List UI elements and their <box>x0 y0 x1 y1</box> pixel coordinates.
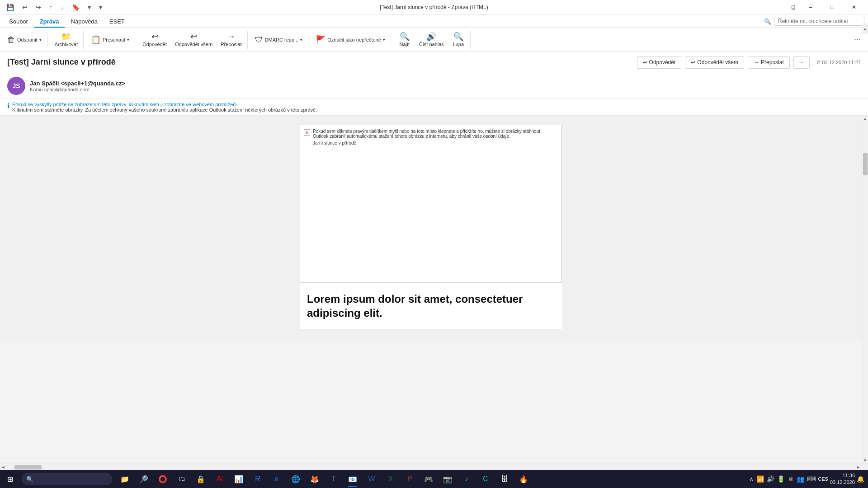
taskbar-item-app6[interactable]: R <box>249 470 267 488</box>
taskview-icon[interactable]: 🖥 <box>788 475 794 483</box>
taskbar-clock[interactable]: 11:36 03.12.2020 <box>830 472 855 486</box>
lupa-button[interactable]: 🔍 Lupa <box>448 31 468 49</box>
keyboard-icon[interactable]: ⌨ <box>807 475 816 483</box>
taskbar-item-app16[interactable]: 🔥 <box>514 470 533 488</box>
app14-icon: C <box>483 475 488 483</box>
flag-group: 🚩 Označit jako nepřečtené ▾ <box>312 34 391 46</box>
more-quick-icon[interactable]: ▾ <box>85 2 94 13</box>
taskbar-item-explorer[interactable]: 📁 <box>116 470 134 488</box>
title-bar: 💾 ↩ ↪ ↑ ↓ 🔖 ▾ ▾ [Test] Jarní slunce v př… <box>0 0 868 14</box>
scrollbar-thumb-h[interactable] <box>14 465 42 469</box>
maximize-button[interactable]: □ <box>822 0 843 14</box>
taskbar-item-search[interactable]: 🔎 <box>135 470 153 488</box>
scroll-down-button[interactable]: ▼ <box>862 457 868 464</box>
najit-button[interactable]: 🔍 Najít <box>395 31 415 49</box>
notification-icon[interactable]: 🔔 <box>857 475 864 483</box>
forward-action-button[interactable]: → Přeposlat <box>748 56 790 69</box>
dmarc-dropdown-icon[interactable]: ▾ <box>300 38 302 42</box>
taskbar-item-word[interactable]: W <box>363 470 381 488</box>
taskbar-item-app14[interactable]: C <box>476 470 495 488</box>
email-view: [Test] Jarní slunce v přírodě ↩ Odpovědě… <box>0 52 868 470</box>
taskbar-item-app12[interactable]: 📷 <box>439 470 457 488</box>
down-icon[interactable]: ↓ <box>58 2 66 13</box>
people-icon[interactable]: 👥 <box>797 475 804 483</box>
delete-group: 🗑 Odstranit ▾ <box>4 34 47 46</box>
archivovat-button[interactable]: 📁 Archivovat <box>51 31 81 49</box>
taskbar-item-excel[interactable]: X <box>382 470 400 488</box>
tab-eset[interactable]: ESET <box>104 16 130 28</box>
taskbar-search-bar[interactable]: 🔍 <box>22 473 112 485</box>
tab-soubor[interactable]: Soubor <box>4 16 33 28</box>
save-icon[interactable]: 💾 <box>4 2 17 13</box>
reply-action-button[interactable]: ↩ Odpovědět <box>637 56 682 69</box>
taskbar-right: ∧ 📶 🔊 🔋 🖥 👥 ⌨ CES 11:36 03.12.2020 🔔 <box>749 472 868 486</box>
taskbar-item-security[interactable]: 🔒 <box>192 470 210 488</box>
ribbon-collapse-button[interactable]: ▲ <box>862 23 868 34</box>
email-body-background: ✕ Pokud sem kliknete pravým tlačítkem my… <box>0 116 862 338</box>
edge-icon: e <box>275 475 279 483</box>
move-dropdown-icon[interactable]: ▾ <box>127 38 129 42</box>
toolbar-more-button[interactable]: ··· <box>850 33 864 46</box>
up-arrow-icon[interactable]: ∧ <box>749 475 754 483</box>
flag-dropdown-icon[interactable]: ▾ <box>383 38 385 42</box>
taskbar-items: 📁 🔎 ⭕ 🗂 🔒 Ai 📊 R e 🌐 🦊 <box>116 470 533 488</box>
redo-icon[interactable]: ↪ <box>33 2 44 13</box>
more-action-button[interactable]: ··· <box>793 56 810 69</box>
close-button[interactable]: ✕ <box>844 0 864 14</box>
customize-icon[interactable]: ▾ <box>96 2 105 13</box>
taskbar-item-adobe[interactable]: Ai <box>211 470 229 488</box>
lorem-text: Lorem ipsum dolor sit amet, consectetuer… <box>307 292 555 320</box>
horizontal-scrollbar[interactable]: ◄ ► <box>0 464 868 470</box>
taskbar-item-app15[interactable]: 🗄 <box>495 470 514 488</box>
display-icon[interactable]: 🖥 <box>788 2 799 13</box>
taskbar-item-spotify[interactable]: ♪ <box>458 470 476 488</box>
title-bar-left: 💾 ↩ ↪ ↑ ↓ 🔖 ▾ ▾ <box>4 2 105 13</box>
taskbar-item-steam[interactable]: 🎮 <box>420 470 438 488</box>
spotify-icon: ♪ <box>465 475 468 483</box>
image-error-row: ✕ Pokud sem kliknete pravým tlačítkem my… <box>304 129 558 145</box>
delete-dropdown-icon[interactable]: ▾ <box>39 38 42 42</box>
vertical-scrollbar[interactable]: ▲ ▼ <box>862 116 868 464</box>
scroll-left-button[interactable]: ◄ <box>0 464 6 470</box>
odpovedět-vsem-button[interactable]: ↩ Odpovědět všem <box>171 31 216 49</box>
network-icon[interactable]: 📶 <box>756 475 764 483</box>
taskbar-item-outlook[interactable]: 📧 <box>344 470 362 488</box>
up-icon[interactable]: ↑ <box>47 2 55 13</box>
taskbar-item-teams[interactable]: T <box>325 470 343 488</box>
scrollbar-thumb-v[interactable] <box>863 153 868 175</box>
volume-icon[interactable]: 🔊 <box>767 475 774 483</box>
taskbar-item-powerpoint[interactable]: P <box>401 470 419 488</box>
taskbar-item-chrome[interactable]: 🌐 <box>287 470 305 488</box>
preposlat-button[interactable]: → Přeposlat <box>217 31 245 49</box>
minimize-button[interactable]: – <box>800 0 821 14</box>
taskbar-search-icon: 🔍 <box>26 476 33 483</box>
undo-icon[interactable]: ↩ <box>19 2 30 13</box>
tab-napoveda[interactable]: Nápověda <box>66 16 103 28</box>
dmarc-button[interactable]: 🛡 DMARC repo... ▾ <box>251 34 307 46</box>
email-actions: ↩ Odpovědět ↩ Odpovědět všem → Přeposlat… <box>637 56 861 69</box>
scroll-up-button[interactable]: ▲ <box>862 116 868 122</box>
battery-icon[interactable]: 🔋 <box>777 475 785 483</box>
start-button[interactable]: ⊞ <box>0 470 20 488</box>
mark-icon[interactable]: 🔖 <box>69 2 82 13</box>
reply-all-action-button[interactable]: ↩ Odpovědět všem <box>685 56 744 69</box>
ribbon-search-icon: 🔍 <box>764 18 771 25</box>
taskbar-item-firefox[interactable]: 🦊 <box>306 470 324 488</box>
taskbar-item-app5[interactable]: 📊 <box>230 470 248 488</box>
email-header: JS Jan Spáčil <spacil+1@quanda.cz> Komu … <box>0 73 868 99</box>
webview-link[interactable]: Pokud se vyskytly potíže se zobrazením t… <box>12 102 238 107</box>
taskbar-item-explorer2[interactable]: 🗂 <box>173 470 191 488</box>
taskbar-item-edge[interactable]: e <box>268 470 286 488</box>
ribbon-search-input[interactable] <box>774 17 864 26</box>
odstranit-button[interactable]: 🗑 Odstranit ▾ <box>4 34 45 46</box>
image-error-icon: ✕ <box>304 129 310 136</box>
odpovedět-button[interactable]: ↩ Odpovědět <box>139 31 170 49</box>
presunout-button[interactable]: 📋 Přesunout ▾ <box>87 34 133 46</box>
archive-group: 📁 Archivovat <box>51 31 84 49</box>
oznacit-button[interactable]: 🚩 Označit jako nepřečtené ▾ <box>312 34 389 46</box>
email-body-area: ✕ Pokud sem kliknete pravým tlačítkem my… <box>0 116 868 464</box>
tab-zprava[interactable]: Zpráva <box>34 16 65 28</box>
taskbar-item-cortana[interactable]: ⭕ <box>154 470 172 488</box>
scroll-right-button[interactable]: ► <box>855 464 862 470</box>
cist-nahlas-button[interactable]: 🔊 Číst nahlas <box>415 31 448 49</box>
